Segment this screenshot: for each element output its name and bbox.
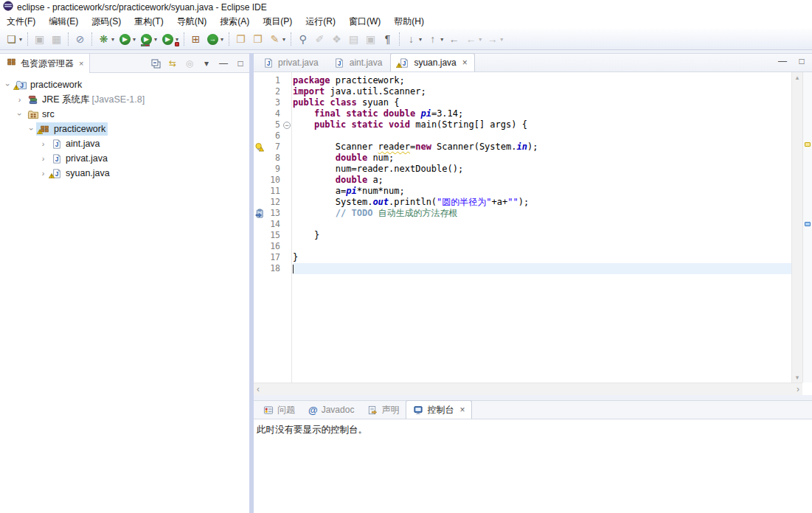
tree-node-syuan-java[interactable]: ›Jsyuan.java bbox=[0, 166, 249, 181]
code-editor[interactable]: 123456789101112131415161718 − package pr… bbox=[254, 72, 812, 383]
tree-node-aint-java[interactable]: ›Jaint.java bbox=[0, 136, 249, 151]
vertical-scrollbar[interactable]: ▴ ▾ bbox=[791, 72, 802, 383]
fold-collapse-icon[interactable]: − bbox=[283, 122, 291, 129]
code-line-12[interactable]: System.out.println("圆的半径为"+a+""); bbox=[293, 197, 791, 208]
tab-javadoc[interactable]: @Javadoc bbox=[302, 401, 361, 419]
overview-ruler[interactable] bbox=[802, 72, 812, 383]
tree-node-privat-java[interactable]: ›Jprivat.java bbox=[0, 151, 249, 166]
collapse-arrow-icon[interactable]: › bbox=[15, 110, 24, 119]
tree-node-src-label-area[interactable]: src bbox=[24, 108, 57, 121]
overview-task-marker[interactable] bbox=[805, 222, 811, 226]
skip-all-breakpoints-button[interactable]: ⊘ bbox=[72, 30, 88, 48]
menu-help[interactable]: 帮助(H) bbox=[387, 14, 431, 29]
minimize-editor-button[interactable]: — bbox=[777, 56, 788, 66]
menu-run[interactable]: 运行(R) bbox=[299, 14, 342, 29]
close-view-icon[interactable]: × bbox=[79, 59, 83, 68]
maximize-editor-button[interactable]: □ bbox=[796, 56, 808, 66]
scroll-down-icon[interactable]: ▾ bbox=[792, 374, 802, 381]
show-whitespace-button[interactable]: ¶ bbox=[380, 30, 395, 48]
tab-declaration[interactable]: 声明 bbox=[361, 401, 406, 419]
external-tools-button-dropdown-icon[interactable]: ▾ bbox=[221, 36, 223, 43]
menu-refactor[interactable]: 重构(T) bbox=[128, 14, 170, 29]
expand-arrow-icon[interactable]: › bbox=[38, 154, 48, 163]
collapse-all-button[interactable] bbox=[150, 57, 162, 69]
tab-problems[interactable]: 问题 bbox=[257, 401, 302, 419]
tree-node-practicework-package[interactable]: ›practicework bbox=[0, 122, 249, 136]
expand-arrow-icon[interactable]: › bbox=[15, 95, 24, 104]
new-wizard-button[interactable]: ❏▾ bbox=[4, 30, 24, 48]
scroll-right-icon[interactable]: › bbox=[797, 384, 799, 394]
tree-node-syuan-java-label-area[interactable]: Jsyuan.java bbox=[48, 167, 112, 180]
scroll-up-icon[interactable]: ▴ bbox=[792, 74, 802, 81]
tree-node-jre-library-label-area[interactable]: JRE 系统库[JavaSE-1.8] bbox=[24, 93, 147, 107]
coverage-button[interactable]: ▶▾ bbox=[139, 30, 159, 48]
code-line-14[interactable] bbox=[293, 219, 791, 230]
minimize-view-button[interactable]: — bbox=[218, 57, 229, 69]
coverage-button-dropdown-icon[interactable]: ▾ bbox=[154, 36, 157, 43]
code-line-6[interactable] bbox=[293, 130, 791, 142]
debug-button[interactable]: ❋▾ bbox=[96, 30, 116, 48]
link-with-editor-button[interactable]: ⇆ bbox=[167, 57, 178, 69]
last-edit-location-button[interactable]: ← bbox=[446, 30, 462, 48]
tree-node-practicework-package-label-area[interactable]: practicework bbox=[36, 122, 108, 136]
code-line-2[interactable]: import java.util.Scanner; bbox=[293, 86, 791, 97]
code-line-1[interactable]: package practicework; bbox=[293, 75, 791, 86]
tree-node-privat-java-label-area[interactable]: Jprivat.java bbox=[48, 152, 110, 165]
new-wizard-button-dropdown-icon[interactable]: ▾ bbox=[19, 36, 22, 43]
menu-source[interactable]: 源码(S) bbox=[85, 14, 128, 29]
task-icon[interactable] bbox=[254, 208, 265, 219]
code-line-18[interactable] bbox=[293, 263, 791, 274]
menu-navigate[interactable]: 导航(N) bbox=[170, 14, 214, 29]
run-button[interactable]: ▶▾ bbox=[117, 30, 137, 48]
scroll-left-icon[interactable]: ‹ bbox=[257, 384, 260, 394]
external-tools-button[interactable]: →▾ bbox=[205, 30, 225, 48]
expand-arrow-icon[interactable]: › bbox=[38, 139, 48, 148]
code-line-17[interactable]: } bbox=[293, 252, 791, 263]
previous-annotation-button[interactable]: ↑▾ bbox=[425, 30, 445, 48]
collapse-arrow-icon[interactable]: › bbox=[27, 125, 36, 134]
warning-bulb-icon[interactable] bbox=[254, 142, 265, 153]
menu-file[interactable]: 文件(F) bbox=[0, 14, 42, 29]
tree-node-src[interactable]: ›src bbox=[0, 107, 249, 122]
editor-tab-privat-java[interactable]: Jprivat.java bbox=[255, 54, 325, 71]
editor-tab-aint-java[interactable]: Jaint.java bbox=[327, 54, 389, 71]
code-line-15[interactable]: } bbox=[293, 230, 791, 241]
code-line-4[interactable]: final static double pi=3.14; bbox=[293, 108, 791, 119]
expand-arrow-icon[interactable]: › bbox=[38, 169, 48, 178]
code-line-8[interactable]: double num; bbox=[293, 153, 791, 164]
code-line-10[interactable]: double a; bbox=[293, 175, 791, 186]
code-line-9[interactable]: num=reader.nextDouble(); bbox=[293, 164, 791, 175]
menu-search[interactable]: 搜索(A) bbox=[213, 14, 256, 29]
code-line-16[interactable] bbox=[293, 241, 791, 252]
new-java-project-button[interactable]: ⊞ bbox=[188, 30, 204, 48]
menu-project[interactable]: 项目(P) bbox=[256, 14, 299, 29]
highlighter-button-dropdown-icon[interactable]: ▾ bbox=[282, 36, 285, 43]
tree-node-practicework-project[interactable]: ›Jpracticework bbox=[0, 77, 249, 92]
debug-button-dropdown-icon[interactable]: ▾ bbox=[111, 36, 114, 43]
view-menu-button[interactable]: ▾ bbox=[201, 57, 212, 69]
next-annotation-button[interactable]: ↓▾ bbox=[403, 30, 423, 48]
open-resource-button[interactable]: ❐ bbox=[250, 30, 266, 48]
tree-node-practicework-project-label-area[interactable]: Jpracticework bbox=[13, 78, 84, 91]
highlighter-button[interactable]: ✎▾ bbox=[267, 30, 287, 48]
close-tab-icon[interactable]: × bbox=[462, 57, 468, 68]
menu-window[interactable]: 窗口(W) bbox=[342, 14, 387, 29]
code-line-5[interactable]: public static void main(String[] args) { bbox=[293, 119, 791, 130]
tree-node-jre-library[interactable]: ›JRE 系统库[JavaSE-1.8] bbox=[0, 92, 249, 107]
code-line-3[interactable]: public class syuan { bbox=[293, 97, 791, 108]
maximize-view-button[interactable]: □ bbox=[235, 57, 246, 69]
package-explorer-tab[interactable]: 包资源管理器 × bbox=[0, 54, 90, 73]
tree-node-aint-java-label-area[interactable]: Jaint.java bbox=[48, 137, 103, 150]
code-lines[interactable]: package practicework;import java.util.Sc… bbox=[293, 72, 791, 383]
run-button-dropdown-icon[interactable]: ▾ bbox=[133, 36, 136, 43]
open-type-button[interactable]: ❐ bbox=[233, 30, 249, 48]
menu-edit[interactable]: 编辑(E) bbox=[42, 14, 85, 29]
profile-button[interactable]: ▶▾ bbox=[160, 30, 180, 48]
editor-tab-syuan-java[interactable]: Jsyuan.java× bbox=[390, 53, 474, 71]
tab-console[interactable]: 控制台× bbox=[406, 400, 472, 419]
collapse-arrow-icon[interactable]: › bbox=[4, 80, 13, 90]
next-annotation-button-dropdown-icon[interactable]: ▾ bbox=[419, 36, 422, 43]
code-line-13[interactable]: // TODO 自动生成的方法存根 bbox=[293, 208, 791, 219]
code-line-7[interactable]: Scanner reader=new Scanner(System.in); bbox=[293, 142, 791, 153]
previous-annotation-button-dropdown-icon[interactable]: ▾ bbox=[440, 36, 443, 43]
